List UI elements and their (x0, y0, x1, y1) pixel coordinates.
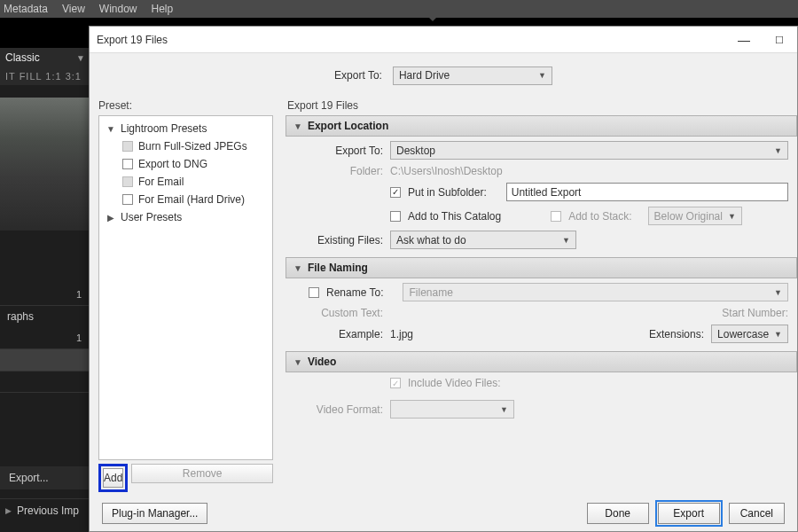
export-to-row: Export To: Hard Drive ▼ (90, 53, 797, 98)
section-export-location[interactable]: ▼ Export Location (286, 115, 797, 137)
preset-group-user[interactable]: ▶ User Presets (103, 208, 269, 226)
select-value: Below Original (654, 210, 723, 223)
count-2: 1 (0, 327, 89, 348)
disclosure-down-icon: ▼ (293, 121, 302, 131)
preset-heading: Preset: (98, 98, 273, 115)
export-to-value: Hard Drive (399, 69, 450, 82)
menu-metadata[interactable]: Metadata (4, 3, 48, 15)
chevron-down-icon: ▼ (769, 288, 782, 297)
select-value: Ask what to do (396, 234, 466, 246)
play-icon: ▶ (5, 506, 12, 515)
app-menubar[interactable]: Metadata View Window Help (0, 0, 798, 18)
rename-checkbox[interactable] (309, 287, 319, 298)
select-value: Lowercase (717, 328, 769, 340)
extensions-label: Extensions: (649, 328, 704, 340)
folder-path: C:\Users\Inosh\Desktop (390, 165, 503, 177)
maximize-button[interactable]: ☐ (762, 27, 797, 53)
existing-files-select[interactable]: Ask what to do ▼ (390, 231, 576, 249)
subfolder-checkbox[interactable]: ✓ (390, 187, 401, 198)
preset-list[interactable]: ▼ Lightroom Presets Burn Full-Sized JPEG… (98, 115, 273, 460)
preset-group-label: User Presets (121, 211, 182, 223)
stack-position-select: Below Original ▼ (648, 207, 742, 225)
add-highlight: Add (98, 464, 128, 492)
chevron-down-icon: ▼ (769, 146, 782, 155)
dialog-bottom-bar: Plug-in Manager... Done Export Cancel (90, 496, 797, 531)
dialog-titlebar[interactable]: Export 19 Files — ☐ (90, 27, 797, 53)
menu-help[interactable]: Help (152, 3, 174, 15)
dialog-title: Export 19 Files (97, 34, 168, 46)
preset-group-lightroom[interactable]: ▼ Lightroom Presets (103, 120, 269, 137)
module-picker[interactable]: Classic ▼ (0, 48, 89, 67)
export-to-label: Export To: (334, 69, 382, 82)
disclosure-down-icon: ▼ (293, 357, 302, 367)
video-format-label: Video Format: (294, 403, 383, 416)
example-value: 1.jpg (390, 328, 413, 340)
preset-item-label: For Email (138, 176, 184, 188)
toolbar-indicator-icon (426, 14, 440, 21)
previous-import[interactable]: ▶ Previous Imp (0, 498, 89, 522)
add-catalog-label: Add to This Catalog (408, 210, 501, 223)
preset-export-dng[interactable]: Export to DNG (103, 155, 269, 173)
panel-item[interactable] (0, 348, 89, 371)
chevron-down-icon: ▼ (495, 405, 508, 414)
chevron-down-icon: ▼ (769, 330, 782, 339)
select-value (396, 403, 399, 416)
settings-column: Export 19 Files ▼ Export Location Export… (280, 98, 797, 496)
export-button[interactable]: Export (658, 503, 720, 524)
include-video-label: Include Video Files: (408, 377, 501, 389)
add-button[interactable]: Add (103, 468, 123, 488)
section-file-naming[interactable]: ▼ File Naming (286, 257, 797, 278)
section-video[interactable]: ▼ Video (286, 351, 797, 372)
preset-item-label: Export to DNG (138, 158, 207, 170)
export-dialog: Export 19 Files — ☐ Export To: Hard Driv… (89, 26, 798, 532)
subfolder-label: Put in Subfolder: (408, 186, 487, 199)
section-title: Video (308, 356, 336, 368)
checkbox-icon (122, 194, 133, 205)
chevron-down-icon: ▼ (557, 236, 570, 245)
select-value: Filename (409, 286, 452, 299)
preset-burn-jpegs[interactable]: Burn Full-Sized JPEGs (103, 137, 269, 155)
custom-text-label: Custom Text: (294, 307, 383, 319)
checkbox-icon (122, 159, 133, 169)
left-panel: Classic ▼ IT FILL 1:1 3:1 1 raphs 1 Expo… (0, 48, 89, 532)
add-stack-checkbox (551, 211, 561, 222)
minimize-button[interactable]: — (726, 27, 762, 53)
rename-template-select: Filename ▼ (403, 283, 788, 301)
export-to-label: Export To: (294, 145, 383, 157)
add-catalog-checkbox[interactable] (390, 211, 401, 222)
navigator-thumbnail[interactable] (0, 98, 89, 231)
menu-view[interactable]: View (62, 3, 85, 15)
existing-files-label: Existing Files: (294, 234, 383, 246)
plugin-manager-button[interactable]: Plug-in Manager... (102, 503, 207, 524)
count-1: 1 (0, 284, 89, 305)
remove-button: Remove (131, 464, 273, 483)
menu-window[interactable]: Window (99, 3, 137, 15)
preset-group-label: Lightroom Presets (121, 122, 207, 135)
disclosure-down-icon: ▼ (106, 124, 115, 134)
folder-label: Folder: (294, 165, 383, 177)
export-button-left[interactable]: Export... (0, 466, 89, 489)
export-to-select[interactable]: Hard Drive ▼ (393, 66, 552, 85)
chevron-down-icon: ▼ (76, 53, 89, 63)
example-label: Example: (294, 328, 383, 340)
export-to-folder-select[interactable]: Desktop ▼ (390, 141, 788, 160)
panel-graphs[interactable]: raphs (0, 305, 89, 327)
start-number-label: Start Number: (722, 307, 788, 319)
include-video-checkbox: ✓ (390, 378, 401, 388)
preset-for-email-hd[interactable]: For Email (Hard Drive) (103, 191, 269, 208)
select-value: Desktop (396, 145, 435, 157)
preset-column: Preset: ▼ Lightroom Presets Burn Full-Si… (90, 98, 280, 496)
extensions-select[interactable]: Lowercase ▼ (711, 325, 788, 343)
add-stack-label: Add to Stack: (568, 210, 631, 223)
subfolder-input[interactable] (506, 183, 788, 201)
previous-import-label: Previous Imp (17, 505, 79, 517)
settings-scroll[interactable]: ▼ Export Location Export To: Desktop ▼ F… (286, 115, 797, 496)
zoom-ratios[interactable]: IT FILL 1:1 3:1 (0, 67, 89, 85)
disclosure-right-icon: ▶ (106, 213, 115, 223)
checkbox-icon (122, 141, 133, 152)
done-button[interactable]: Done (587, 503, 649, 524)
preset-for-email[interactable]: For Email (103, 173, 269, 191)
section-title: File Naming (308, 262, 368, 274)
preset-item-label: For Email (Hard Drive) (138, 193, 245, 206)
cancel-button[interactable]: Cancel (729, 503, 785, 524)
